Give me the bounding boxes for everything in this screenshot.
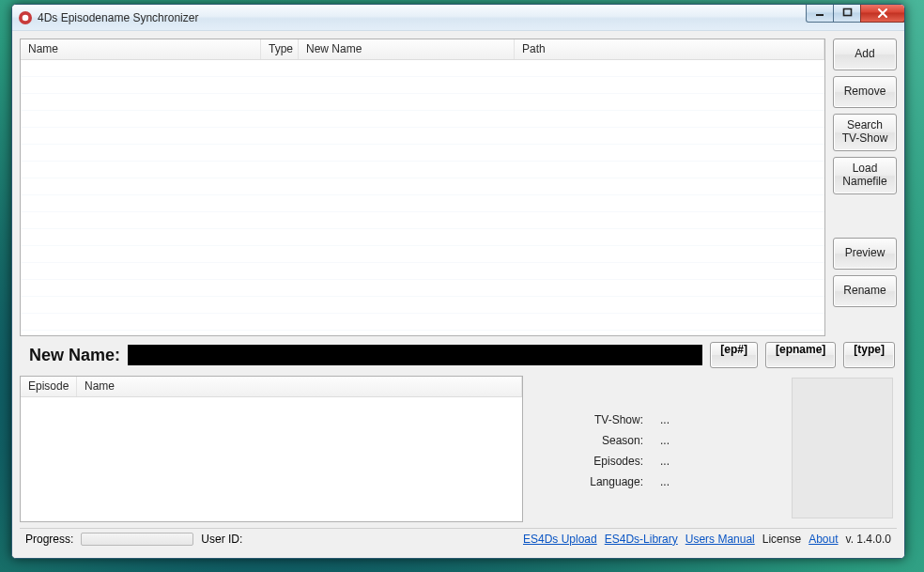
episodes-value: ... <box>660 455 698 468</box>
spacer <box>833 200 897 232</box>
col-episode[interactable]: Episode <box>21 377 77 396</box>
tvshow-value: ... <box>660 413 698 426</box>
episodes-label: Episodes: <box>593 455 643 468</box>
side-buttons: Add Remove Search TV-Show Load Namefile … <box>833 39 897 336</box>
minimize-button[interactable] <box>806 4 834 23</box>
app-icon <box>18 10 33 25</box>
load-namefile-button[interactable]: Load Namefile <box>833 157 897 194</box>
token-ep-button[interactable]: [ep#] <box>710 342 758 368</box>
files-table-body[interactable] <box>21 60 824 335</box>
tvshow-label: TV-Show: <box>594 413 643 426</box>
upper-row: Name Type New Name Path Add Remove Searc… <box>20 39 897 336</box>
maximize-button[interactable] <box>833 4 861 23</box>
svg-point-1 <box>23 14 29 21</box>
add-button[interactable]: Add <box>833 39 897 70</box>
language-label: Language: <box>590 475 643 488</box>
window-title: 4Ds Episodename Synchronizer <box>38 11 198 24</box>
rename-button[interactable]: Rename <box>833 275 897 307</box>
col-ep-name[interactable]: Name <box>77 377 522 396</box>
col-name[interactable]: Name <box>21 39 261 59</box>
thumbnail-placeholder <box>792 378 893 518</box>
col-type[interactable]: Type <box>261 39 299 59</box>
episodes-table-body[interactable] <box>21 397 522 521</box>
statusbar: Progress: User ID: ES4Ds Upload ES4Ds-Li… <box>20 528 897 549</box>
episodes-table[interactable]: Episode Name <box>20 376 523 522</box>
newname-row: New Name: [ep#] [epname] [type] <box>20 342 897 370</box>
search-tvshow-button[interactable]: Search TV-Show <box>833 114 897 151</box>
window-controls <box>807 4 905 23</box>
userid-label: User ID: <box>201 533 242 546</box>
svg-rect-2 <box>816 14 824 16</box>
info-episodes: Episodes: ... <box>593 455 698 468</box>
info-season: Season: ... <box>602 434 698 447</box>
version-label: v. 1.4.0.0 <box>846 533 891 546</box>
link-upload[interactable]: ES4Ds Upload <box>523 533 597 546</box>
progress-bar <box>81 533 193 546</box>
preview-button[interactable]: Preview <box>833 238 897 270</box>
info-labels: TV-Show: ... Season: ... Episodes: ... L… <box>532 413 701 522</box>
season-label: Season: <box>602 434 643 447</box>
files-table[interactable]: Name Type New Name Path <box>20 39 825 336</box>
episodes-table-header: Episode Name <box>21 377 522 397</box>
link-manual[interactable]: Users Manual <box>685 533 755 546</box>
token-type-button[interactable]: [type] <box>843 342 895 368</box>
progress-label: Progress: <box>25 533 73 546</box>
newname-input[interactable] <box>128 345 702 365</box>
col-newname[interactable]: New Name <box>299 39 515 59</box>
info-language: Language: ... <box>590 475 698 488</box>
col-path[interactable]: Path <box>515 39 824 59</box>
season-value: ... <box>660 434 698 447</box>
client-area: Name Type New Name Path Add Remove Searc… <box>12 31 904 558</box>
link-license[interactable]: License <box>762 533 801 546</box>
language-value: ... <box>660 475 698 488</box>
app-window: 4Ds Episodename Synchronizer Name Type N… <box>11 4 905 559</box>
lower-row: Episode Name TV-Show: ... Season: ... <box>20 376 897 522</box>
link-about[interactable]: About <box>808 533 838 546</box>
remove-button[interactable]: Remove <box>833 76 897 108</box>
close-button[interactable] <box>860 4 905 23</box>
info-panel: TV-Show: ... Season: ... Episodes: ... L… <box>532 376 897 522</box>
files-table-header: Name Type New Name Path <box>21 39 824 60</box>
svg-rect-3 <box>843 9 851 16</box>
titlebar[interactable]: 4Ds Episodename Synchronizer <box>12 5 904 31</box>
info-tvshow: TV-Show: ... <box>594 413 698 426</box>
token-epname-button[interactable]: [epname] <box>765 342 836 368</box>
link-library[interactable]: ES4Ds-Library <box>605 533 678 546</box>
newname-label: New Name: <box>29 346 120 365</box>
